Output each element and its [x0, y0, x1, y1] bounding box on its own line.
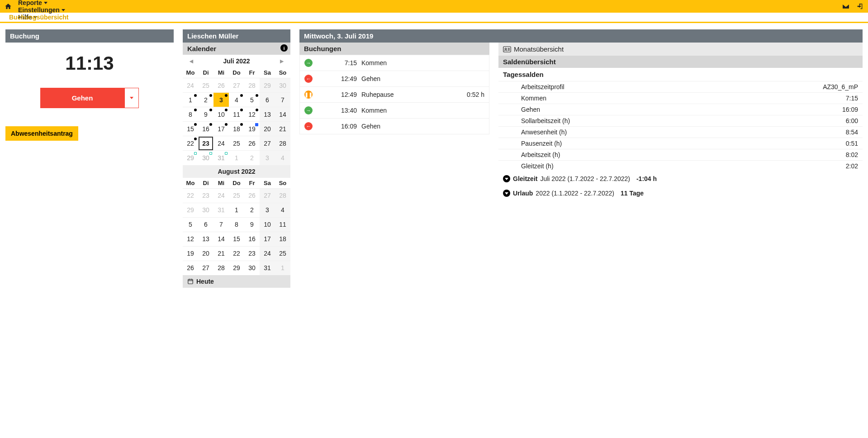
calendar-day[interactable]: 12 — [183, 232, 198, 246]
logout-icon[interactable] — [856, 3, 863, 10]
gehen-dropdown[interactable] — [124, 88, 139, 108]
calendar-day[interactable]: 15 — [229, 232, 244, 246]
summary-row[interactable]: Urlaub 2022 (1.1.2022 - 22.7.2022)11 Tag… — [498, 186, 863, 200]
calendar-day[interactable]: 7 — [275, 93, 290, 107]
calendar-day[interactable]: 23 — [244, 246, 260, 261]
calendar-day[interactable]: 6 — [198, 217, 213, 232]
calendar-day[interactable]: 3 — [213, 93, 229, 107]
calendar-day[interactable]: 11 — [229, 107, 244, 122]
next-month[interactable]: ► — [276, 57, 288, 65]
prev-month[interactable]: ◄ — [185, 57, 197, 65]
calendar-day[interactable]: 31 — [260, 261, 275, 275]
calendar-day[interactable]: 26 — [183, 261, 198, 275]
calendar-day[interactable]: 27 — [198, 261, 213, 275]
calendar-day[interactable]: 17 — [260, 232, 275, 246]
calendar-day[interactable]: 14 — [275, 107, 290, 122]
booking-row[interactable]: ❚❚12:49Ruhepause0:52 h — [300, 86, 489, 102]
calendar-day[interactable]: 26 — [244, 188, 260, 203]
calendar-day[interactable]: 8 — [229, 217, 244, 232]
calendar-day[interactable]: 9 — [244, 217, 260, 232]
info-icon[interactable]: i — [280, 44, 288, 52]
calendar-day[interactable]: 1 — [183, 93, 198, 107]
calendar-day[interactable]: 16 — [244, 232, 260, 246]
calendar-day[interactable]: 28 — [244, 78, 260, 93]
calendar-day[interactable]: 18 — [229, 122, 244, 136]
calendar-day[interactable]: 21 — [275, 122, 290, 136]
summary-row[interactable]: Gleitzeit Juli 2022 (1.7.2022 - 22.7.202… — [498, 171, 863, 186]
tab-month-overview[interactable]: Monatsübersicht — [498, 43, 863, 56]
calendar-day[interactable]: 10 — [213, 107, 229, 122]
booking-row[interactable]: →13:40Kommen — [300, 102, 489, 118]
calendar-day[interactable]: 15 — [183, 122, 198, 136]
calendar-day[interactable]: 20 — [260, 122, 275, 136]
calendar-day[interactable]: 4 — [275, 151, 290, 165]
calendar-day[interactable]: 12 — [244, 107, 260, 122]
calendar-day[interactable]: 24 — [213, 136, 229, 151]
calendar-day[interactable]: 14 — [213, 232, 229, 246]
calendar-day[interactable]: 19 — [183, 246, 198, 261]
calendar-day[interactable]: 17 — [213, 122, 229, 136]
calendar-day[interactable]: 10 — [260, 217, 275, 232]
calendar-day[interactable]: 29 — [183, 151, 198, 165]
calendar-day[interactable]: 2 — [198, 93, 213, 107]
calendar-day[interactable]: 29 — [260, 78, 275, 93]
calendar-day[interactable]: 24 — [183, 78, 198, 93]
calendar-day[interactable]: 2 — [244, 151, 260, 165]
calendar-day[interactable]: 29 — [183, 203, 198, 217]
booking-row[interactable]: →7:15Kommen — [300, 55, 489, 71]
calendar-day[interactable]: 13 — [198, 232, 213, 246]
calendar-day[interactable]: 28 — [275, 188, 290, 203]
calendar-day[interactable]: 31 — [213, 203, 229, 217]
calendar-day[interactable]: 25 — [229, 136, 244, 151]
calendar-day[interactable]: 24 — [260, 246, 275, 261]
calendar-day[interactable]: 16 — [198, 122, 213, 136]
calendar-day[interactable]: 11 — [275, 217, 290, 232]
calendar-day[interactable]: 20 — [198, 246, 213, 261]
calendar-day[interactable]: 27 — [260, 188, 275, 203]
calendar-day[interactable]: 1 — [229, 203, 244, 217]
nav-item[interactable]: Reporte — [18, 0, 65, 6]
calendar-day[interactable]: 4 — [275, 203, 290, 217]
calendar-day[interactable]: 24 — [213, 188, 229, 203]
calendar-day[interactable]: 5 — [244, 93, 260, 107]
calendar-day[interactable]: 25 — [198, 78, 213, 93]
calendar-day[interactable]: 6 — [260, 93, 275, 107]
calendar-day[interactable]: 9 — [198, 107, 213, 122]
calendar-day[interactable]: 28 — [275, 136, 290, 151]
calendar-day[interactable]: 23 — [198, 136, 213, 151]
calendar-day[interactable]: 26 — [244, 136, 260, 151]
mail-icon[interactable] — [842, 3, 850, 10]
calendar-day[interactable]: 25 — [275, 246, 290, 261]
calendar-day[interactable]: 25 — [229, 188, 244, 203]
booking-row[interactable]: ←12:49Gehen — [300, 71, 489, 86]
calendar-day[interactable]: 8 — [183, 107, 198, 122]
calendar-day[interactable]: 23 — [198, 188, 213, 203]
calendar-day[interactable]: 26 — [213, 78, 229, 93]
calendar-day[interactable]: 7 — [213, 217, 229, 232]
calendar-day[interactable]: 1 — [229, 151, 244, 165]
calendar-day[interactable]: 30 — [275, 78, 290, 93]
calendar-day[interactable]: 19 — [244, 122, 260, 136]
calendar-day[interactable]: 21 — [213, 246, 229, 261]
calendar-day[interactable]: 31 — [213, 151, 229, 165]
absence-request-button[interactable]: Abwesenheitsantrag — [5, 126, 78, 141]
calendar-day[interactable]: 30 — [244, 261, 260, 275]
calendar-day[interactable]: 5 — [183, 217, 198, 232]
booking-row[interactable]: ←16:09Gehen — [300, 118, 489, 134]
calendar-day[interactable]: 27 — [260, 136, 275, 151]
calendar-day[interactable]: 4 — [229, 93, 244, 107]
calendar-day[interactable]: 29 — [229, 261, 244, 275]
calendar-day[interactable]: 13 — [260, 107, 275, 122]
today-button[interactable]: Heute — [183, 275, 290, 288]
calendar-day[interactable]: 28 — [213, 261, 229, 275]
gehen-button[interactable]: Gehen — [40, 88, 125, 108]
calendar-day[interactable]: 2 — [244, 203, 260, 217]
calendar-day[interactable]: 3 — [260, 151, 275, 165]
calendar-day[interactable]: 18 — [275, 232, 290, 246]
calendar-day[interactable]: 22 — [183, 136, 198, 151]
calendar-day[interactable]: 3 — [260, 203, 275, 217]
calendar-day[interactable]: 27 — [229, 78, 244, 93]
calendar-day[interactable]: 22 — [183, 188, 198, 203]
home-icon[interactable] — [5, 3, 12, 10]
calendar-day[interactable]: 30 — [198, 151, 213, 165]
